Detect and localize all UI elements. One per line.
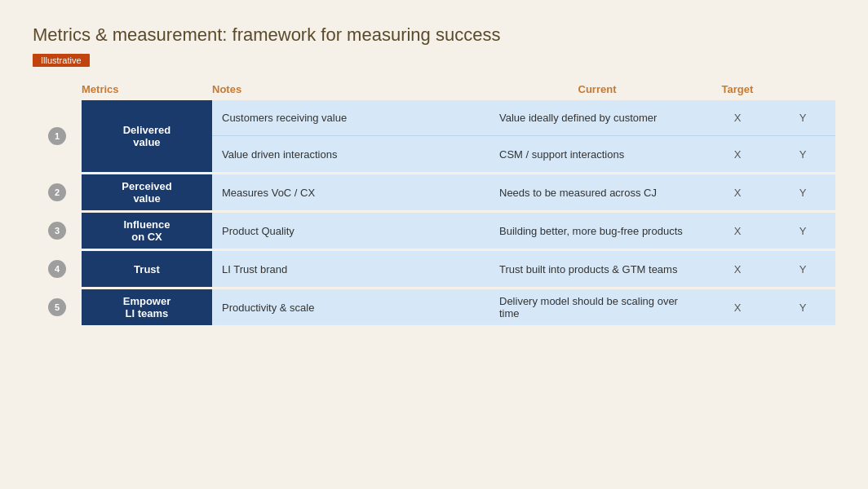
row-num-4: 4 [33,251,82,287]
illustrative-badge: Illustrative [33,54,90,67]
target-1-2: Y [770,136,835,172]
notes-4-1: Trust built into products & GTM teams [489,251,705,287]
target-4-1: Y [770,251,835,287]
circle-3: 3 [48,222,66,240]
row-num-3: 3 [33,213,82,249]
circle-5: 5 [48,298,66,316]
category-2: Perceivedvalue [82,174,212,210]
target-2-1: Y [770,174,835,210]
metric-5-1: Productivity & scale [212,289,489,325]
target-5-1: Y [770,289,835,325]
current-1-2: X [705,136,770,172]
page-title: Metrics & measurement: framework for mea… [33,24,835,46]
target-3-1: Y [770,213,835,249]
category-1: Deliveredvalue [82,100,212,172]
notes-3-1: Building better, more bug-free products [489,213,705,249]
current-1-1: X [705,100,770,135]
target-1-1: Y [770,100,835,135]
metric-2-1: Measures VoC / CX [212,174,489,210]
category-3: Influenceon CX [82,213,212,249]
current-3-1: X [705,213,770,249]
section-4: 4 Trust LI Trust brand Trust built into … [33,251,835,287]
header-notes: Notes [212,83,489,95]
header-target: Target [705,83,770,95]
metric-3-1: Product Quality [212,213,489,249]
header-current: Current [489,83,705,95]
notes-5-1: Delivery model should be scaling over ti… [489,289,705,325]
metrics-table: Metrics Notes Current Target 1 Delivered… [33,80,835,325]
notes-1-1: Value ideally defined by customer [489,100,705,135]
section-5: 5 EmpowerLI teams Productivity & scale D… [33,289,835,325]
category-5: EmpowerLI teams [82,289,212,325]
section-1: 1 Deliveredvalue Customers receiving val… [33,100,835,172]
circle-4: 4 [48,260,66,278]
table-header: Metrics Notes Current Target [33,80,835,99]
circle-1: 1 [48,127,66,145]
row-num-2: 2 [33,174,82,210]
current-5-1: X [705,289,770,325]
metric-1-2: Value driven interactions [212,136,489,172]
header-metrics: Metrics [82,83,212,95]
metric-4-1: LI Trust brand [212,251,489,287]
current-4-1: X [705,251,770,287]
category-4: Trust [82,251,212,287]
row-num-1: 1 [33,100,82,172]
notes-1-2: CSM / support interactions [489,136,705,172]
metric-1-1: Customers receiving value [212,100,489,135]
section-2: 2 Perceivedvalue Measures VoC / CX Needs… [33,174,835,210]
circle-2: 2 [48,183,66,201]
current-2-1: X [705,174,770,210]
section-3: 3 Influenceon CX Product Quality Buildin… [33,213,835,249]
notes-2-1: Needs to be measured across CJ [489,174,705,210]
row-num-5: 5 [33,289,82,325]
